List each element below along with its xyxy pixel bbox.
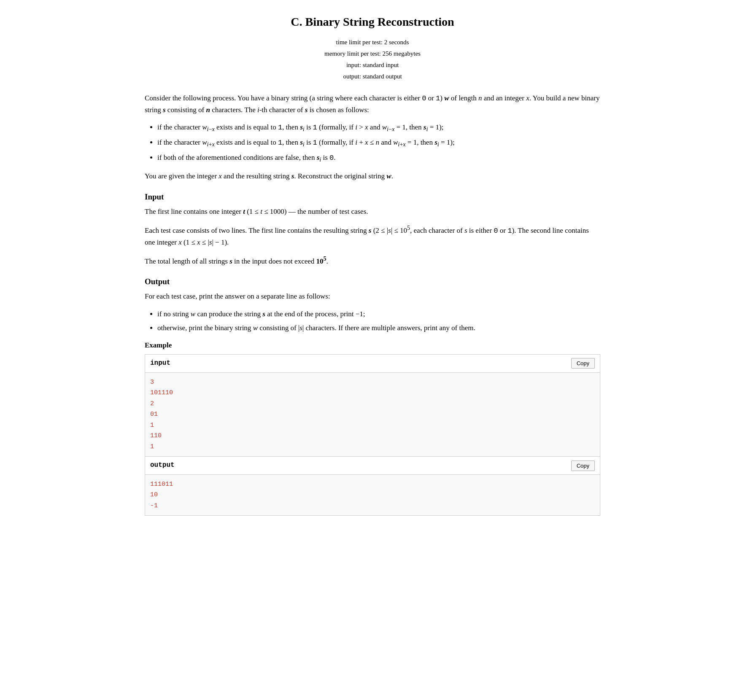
- output-bullet-2: otherwise, print the binary string w con…: [157, 322, 600, 334]
- bullet-item-1: if the character wi−x exists and is equa…: [157, 121, 600, 134]
- input-line-1: 3: [150, 377, 595, 388]
- input-section-box: input Copy 3 101110 2 01 1 110 1: [145, 354, 600, 457]
- output-bullet-list: if no string w can produce the string s …: [157, 308, 600, 334]
- input-header: input Copy: [145, 355, 600, 373]
- input-p2: Each test case consists of two lines. Th…: [145, 223, 600, 248]
- output-type: output: standard output: [145, 71, 600, 82]
- output-line-3: -1: [150, 501, 595, 512]
- intro-paragraph-2: You are given the integer x and the resu…: [145, 170, 600, 182]
- bullet-item-3: if both of the aforementioned conditions…: [157, 152, 600, 164]
- output-body: 111011 10 -1: [145, 475, 600, 516]
- input-p1: The first line contains one integer t (1…: [145, 206, 600, 217]
- output-section-box: output Copy 111011 10 -1: [145, 457, 600, 516]
- output-label: output: [150, 460, 175, 471]
- output-copy-button[interactable]: Copy: [571, 460, 595, 471]
- input-line-5: 1: [150, 420, 595, 431]
- output-bullet-1: if no string w can produce the string s …: [157, 308, 600, 320]
- output-heading: Output: [145, 275, 600, 288]
- input-type: input: standard input: [145, 59, 600, 71]
- page-title: C. Binary String Reconstruction: [145, 13, 600, 32]
- input-line-4: 01: [150, 409, 595, 420]
- bullet-list-1: if the character wi−x exists and is equa…: [157, 121, 600, 164]
- intro-paragraph-1: Consider the following process. You have…: [145, 92, 600, 116]
- input-body: 3 101110 2 01 1 110 1: [145, 373, 600, 457]
- input-p3: The total length of all strings s in the…: [145, 254, 600, 267]
- input-label: input: [150, 358, 170, 369]
- time-limit: time limit per test: 2 seconds: [145, 37, 600, 48]
- bullet-item-2: if the character wi+x exists and is equa…: [157, 137, 600, 149]
- output-p1: For each test case, print the answer on …: [145, 291, 600, 302]
- input-copy-button[interactable]: Copy: [571, 358, 595, 369]
- input-line-2: 101110: [150, 388, 595, 398]
- output-header: output Copy: [145, 457, 600, 475]
- input-line-7: 1: [150, 442, 595, 452]
- output-line-2: 10: [150, 490, 595, 501]
- input-heading: Input: [145, 191, 600, 203]
- input-line-3: 2: [150, 398, 595, 409]
- memory-limit: memory limit per test: 256 megabytes: [145, 48, 600, 59]
- input-line-6: 110: [150, 431, 595, 442]
- output-line-1: 111011: [150, 479, 595, 490]
- meta-info: time limit per test: 2 seconds memory li…: [145, 37, 600, 82]
- example-heading: Example: [145, 339, 600, 351]
